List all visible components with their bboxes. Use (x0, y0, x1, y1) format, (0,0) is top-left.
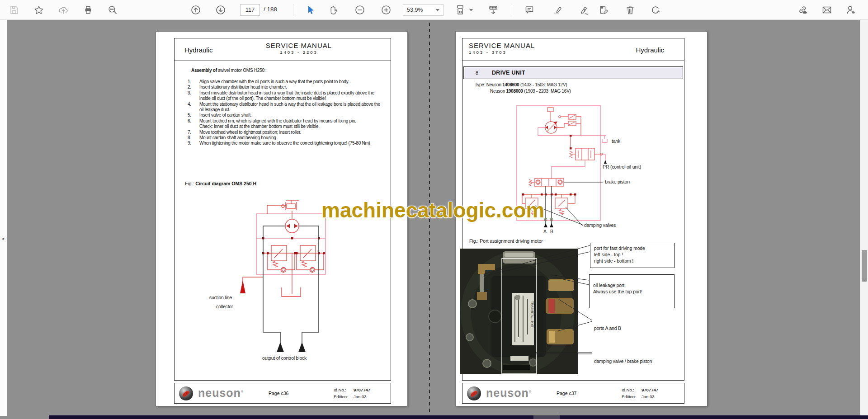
zoom-level-select[interactable]: 53,9% (403, 4, 443, 16)
select-tool-button[interactable] (303, 3, 317, 17)
pdf-viewer-window: 117 / 188 53,9% (0, 0, 868, 419)
figure-caption-text: Port assignment driving motor (480, 238, 542, 244)
header-section-label: Hydraulic (636, 38, 664, 61)
mail-icon (821, 5, 832, 15)
header-subtitle: 1403 - 3703 (469, 50, 546, 55)
link-cloud-icon (797, 5, 808, 15)
save-button[interactable] (7, 3, 21, 17)
share-upload-button[interactable] (56, 3, 71, 17)
vertical-scrollbar[interactable] (860, 20, 868, 416)
watermark-text: machinecatalogic.com (321, 198, 544, 222)
label-collector: collector (216, 304, 233, 309)
toolbar-divider (512, 4, 512, 16)
print-button[interactable] (81, 3, 95, 17)
scroll-mode-button[interactable] (486, 3, 500, 17)
footer-id-block: Id.No.:9707747 Edition:Jan 03 (334, 386, 370, 400)
highlighter-icon (553, 5, 563, 15)
favorite-button[interactable] (32, 3, 46, 17)
figure-caption: Fig.: Circuit diagram OMS 250 H (185, 181, 256, 186)
page-number-input[interactable]: 117 (240, 4, 260, 16)
figure-caption-text: Circuit diagram OMS 250 H (195, 181, 256, 186)
driving-motor-photo: TRASMITAL - KYB (460, 249, 578, 374)
star-icon (34, 5, 44, 15)
label-tank: tank (612, 138, 620, 144)
panel-expand-toggle[interactable]: ▸ (0, 232, 7, 244)
header-title: SERVICE MANUAL (469, 42, 546, 49)
logo-swoosh-icon (182, 390, 190, 397)
share-link-button[interactable] (795, 3, 810, 17)
fit-width-icon (455, 5, 466, 15)
zoom-in-icon (381, 5, 392, 15)
label-pr-control-oil-unit: PR (control oil unit) (603, 164, 641, 169)
zoom-in-button[interactable] (379, 3, 393, 17)
email-button[interactable] (820, 3, 834, 17)
delete-button[interactable] (623, 3, 637, 17)
type-line-1: Type: Neuson 1408600 (1403 - 1503: MAG 1… (475, 82, 567, 88)
label-output-control-block: output of control block (262, 355, 307, 361)
rotate-button[interactable] (648, 3, 663, 17)
brand-wordmark: neuson® (486, 386, 532, 400)
assembly-steps-list: 1.Align valve chamber with the oil ports… (188, 79, 389, 146)
edit-document-button[interactable] (596, 3, 611, 17)
label-brake-piston: brake piston (605, 179, 630, 184)
page-footer: neuson® Page c36 Id.No.:9707747 Edition:… (174, 383, 391, 404)
toolbar-divider (293, 4, 293, 16)
printer-icon (83, 5, 93, 15)
list-item: 9.When tightening the motor make sure to… (188, 141, 389, 146)
search-button[interactable] (105, 3, 120, 17)
list-item: 2.Insert stationary distributor head int… (188, 85, 389, 90)
type-line-2: Neuson 1908600 (1903 - 2203: MAG 16V) (490, 89, 571, 94)
label-damping-valve-brake-piston: damping valve / brake piston (594, 358, 652, 364)
fit-mode-caret-icon[interactable] (469, 9, 473, 11)
comment-icon (524, 5, 534, 15)
section-heading-box: 8. DRIVE UNIT (463, 66, 683, 79)
callout-oil-leakage-port: oil leakage port: Always use the top por… (589, 274, 675, 308)
label-port-a: A (543, 229, 547, 234)
label-damping-valves: damping valves (584, 222, 616, 228)
cloud-upload-icon (58, 5, 68, 15)
cursor-icon (305, 5, 315, 15)
navigation-panel-strip: ▸ (0, 20, 7, 416)
registered-mark: ® (529, 390, 532, 393)
header-title: SERVICE MANUAL (263, 42, 335, 49)
comment-button[interactable] (522, 3, 537, 17)
label-suction-line: suction line (201, 295, 232, 300)
zoom-level-value: 53,9% (407, 7, 423, 13)
section-number: 8. (476, 70, 480, 75)
signature-button[interactable] (577, 3, 591, 17)
hand-icon (328, 5, 338, 15)
assembly-intro: Assembly of swivel motor OMS H250: (191, 68, 265, 73)
previous-page-button[interactable] (189, 3, 203, 17)
neuson-logo (467, 386, 481, 400)
header-title-block: SERVICE MANUAL 1403 - 3703 (469, 42, 546, 55)
page-header: Hydraulic SERVICE MANUAL 1403 - 2203 (175, 38, 391, 61)
page-up-icon (190, 5, 201, 15)
document-edit-icon (599, 5, 609, 15)
label-ports-a-and-b: ports A and B (594, 325, 621, 331)
next-page-button[interactable] (213, 3, 228, 17)
scrollbar-thumb[interactable] (862, 250, 867, 282)
zoom-out-icon (354, 5, 365, 15)
save-icon (9, 5, 19, 15)
header-subtitle: 1403 - 2203 (263, 50, 335, 55)
list-item: 7.Move toothed wheel to rightmost positi… (188, 130, 389, 135)
zoom-out-button[interactable] (353, 3, 367, 17)
page-header: SERVICE MANUAL 1403 - 3703 Hydraulic (462, 38, 684, 61)
next-page-edge-strip (49, 415, 868, 419)
list-item: 3.Insert movable distributor head in suc… (188, 90, 389, 102)
chevron-down-icon (436, 9, 439, 11)
label-port-b: B (550, 229, 553, 234)
person-plus-icon (845, 5, 856, 15)
section-title: DRIVE UNIT (492, 70, 525, 76)
intro-bold: Assembly of (191, 68, 217, 73)
highlight-button[interactable] (551, 3, 565, 17)
brand-wordmark: neuson® (198, 386, 244, 400)
intro-rest: swivel motor OMS H250: (217, 68, 266, 73)
add-user-button[interactable] (844, 3, 858, 17)
page-footer: neuson® Page c37 Id.No.:9707747 Edition:… (462, 383, 684, 404)
fit-width-button[interactable] (453, 3, 467, 17)
footer-id-block: Id.No.:9707747 Edition:Jan 03 (622, 386, 658, 400)
hand-tool-button[interactable] (326, 3, 340, 17)
header-title-block: SERVICE MANUAL 1403 - 2203 (263, 42, 335, 55)
list-item: 8.Mount cardan shaft and bearing housing… (188, 135, 389, 141)
